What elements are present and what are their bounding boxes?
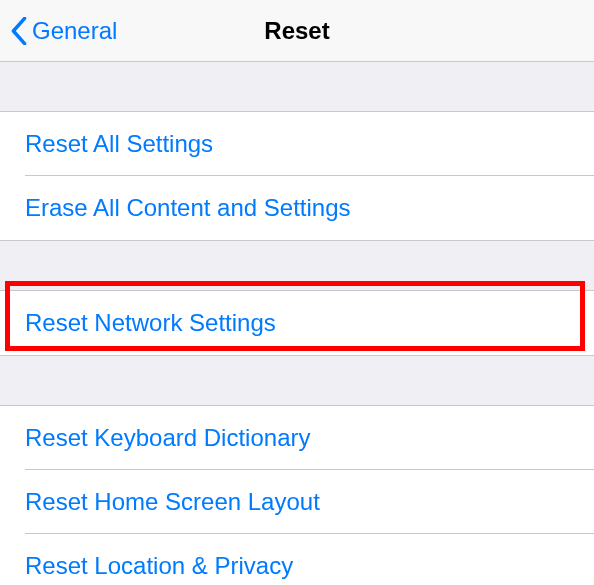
row-label: Reset All Settings: [25, 130, 213, 157]
back-label: General: [32, 17, 117, 45]
spacer: [0, 356, 594, 405]
erase-all-content-row[interactable]: Erase All Content and Settings: [0, 176, 594, 240]
group-3: Reset Keyboard Dictionary Reset Home Scr…: [0, 405, 594, 585]
reset-home-screen-layout-row[interactable]: Reset Home Screen Layout: [0, 470, 594, 534]
spacer: [0, 62, 594, 111]
spacer: [0, 241, 594, 290]
reset-location-privacy-row[interactable]: Reset Location & Privacy: [0, 534, 594, 585]
reset-keyboard-dictionary-row[interactable]: Reset Keyboard Dictionary: [0, 406, 594, 470]
row-label: Reset Location & Privacy: [25, 552, 293, 579]
reset-network-settings-row[interactable]: Reset Network Settings: [0, 291, 594, 355]
row-label: Erase All Content and Settings: [25, 194, 351, 221]
header-bar: General Reset: [0, 0, 594, 62]
row-label: Reset Keyboard Dictionary: [25, 424, 310, 451]
group-2: Reset Network Settings: [0, 290, 594, 356]
row-label: Reset Network Settings: [25, 309, 276, 336]
group-1: Reset All Settings Erase All Content and…: [0, 111, 594, 241]
back-button[interactable]: General: [0, 17, 117, 45]
row-label: Reset Home Screen Layout: [25, 488, 320, 515]
chevron-left-icon: [10, 17, 28, 45]
reset-all-settings-row[interactable]: Reset All Settings: [0, 112, 594, 176]
page-title: Reset: [264, 17, 329, 45]
